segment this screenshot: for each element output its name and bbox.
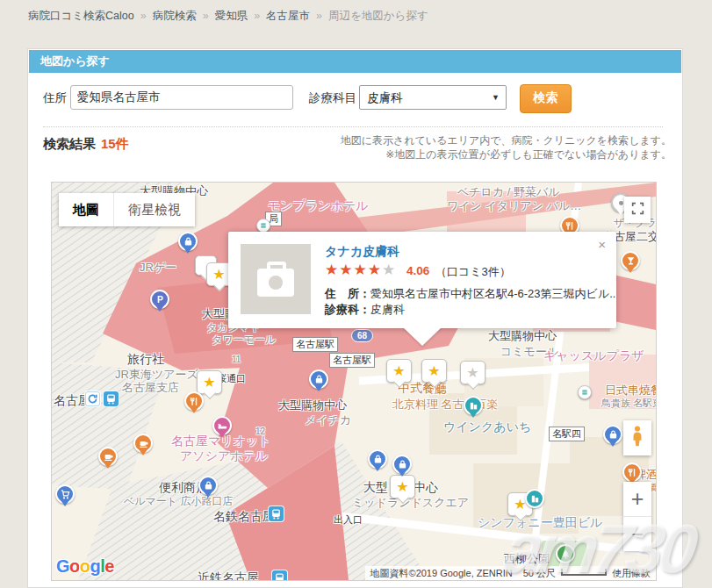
- address-input[interactable]: [70, 85, 293, 110]
- zoom-out-button[interactable]: −: [623, 516, 651, 551]
- restaurant-pin[interactable]: [184, 391, 204, 411]
- map-note-line2: ※地図上の表示位置が必ずしも正確でない場合があります。: [341, 147, 672, 161]
- star-icon: ★: [392, 364, 405, 378]
- breadcrumb-separator: »: [140, 10, 147, 22]
- star-marker[interactable]: ★: [386, 359, 412, 383]
- map-label: ウインクあいち: [443, 419, 531, 435]
- tree-pin[interactable]: [556, 544, 575, 563]
- map-label: 名鉄名古屋: [213, 509, 275, 525]
- breadcrumb-link[interactable]: 愛知県: [215, 10, 248, 22]
- shopping-bag-pin[interactable]: [178, 232, 198, 251]
- map-label: タワーモール: [212, 333, 276, 348]
- map-label: 11: [232, 355, 241, 364]
- map-label: 鳥貴族 名駅東口: [601, 397, 657, 410]
- star-icon: ★: [368, 262, 382, 278]
- shopping-bag-pin[interactable]: [392, 455, 412, 474]
- star-marker[interactable]: ★: [197, 370, 222, 394]
- breadcrumb-link[interactable]: 名古屋市: [266, 10, 310, 22]
- map-label: 名古屋支店: [122, 380, 179, 396]
- google-logo-letter: e: [104, 556, 114, 576]
- shopping-bag-pin[interactable]: [198, 476, 218, 495]
- map-label: 中心: [414, 480, 438, 496]
- breadcrumb-separator: »: [316, 10, 322, 22]
- fullscreen-icon: [631, 202, 644, 219]
- map-label: メイチカ: [305, 412, 351, 428]
- department-label: 診療科目: [309, 90, 356, 106]
- clinic-thumbnail: [241, 244, 311, 314]
- clinic-title-link[interactable]: タナカ皮膚科: [325, 244, 399, 260]
- transit-lines-pin[interactable]: [578, 385, 592, 399]
- breadcrumb-separator: »: [254, 10, 260, 22]
- google-logo-letter: o: [80, 556, 90, 576]
- info-window: タナカ皮膚科 ★★★★★ 4.06 （口コミ3件） 住 所：愛知県名古屋市中村区…: [228, 232, 616, 328]
- breadcrumb-separator: »: [203, 10, 209, 22]
- satellite-button[interactable]: 衛星檢視: [113, 193, 195, 226]
- bed-pin[interactable]: [212, 416, 232, 435]
- terms-link[interactable]: 使用條款: [612, 567, 651, 580]
- department-select-value: 皮膚科: [367, 90, 403, 106]
- building-pin[interactable]: [525, 489, 544, 508]
- map-label: キャッスルプラザ: [543, 348, 644, 364]
- map-label: 近鉄名古屋: [198, 570, 259, 581]
- results-summary: 検索結果15件: [43, 136, 129, 153]
- star-icon: ★: [396, 480, 408, 494]
- search-button[interactable]: 検索: [520, 84, 572, 113]
- star-marker[interactable]: ★: [421, 359, 447, 383]
- coffee-pin[interactable]: [98, 447, 118, 466]
- star-icon: ★: [325, 262, 339, 278]
- clinic-address: 住 所：愛知県名古屋市中村区名駅4-6-23第三堀内ビル..: [325, 286, 615, 302]
- wine-pin[interactable]: [621, 251, 640, 270]
- google-logo[interactable]: Google: [56, 556, 114, 577]
- shopping-cart-pin[interactable]: [55, 484, 75, 504]
- restaurant-pin[interactable]: [622, 463, 642, 482]
- map-label: 大型購物中心: [278, 398, 347, 413]
- scale-bar: [561, 569, 607, 576]
- clinic-department: 診療科：皮膚科: [325, 302, 405, 318]
- train-icon[interactable]: [269, 506, 284, 521]
- map-label: モンブランホテル: [268, 198, 369, 214]
- results-count: 15件: [101, 136, 129, 151]
- svg-text:P: P: [157, 295, 163, 305]
- shopping-bag-pin[interactable]: [309, 369, 328, 389]
- star-icon: ★: [466, 366, 478, 380]
- train-icon[interactable]: [104, 391, 119, 406]
- results-label: 検索結果: [43, 136, 96, 151]
- map-type-control: 地圖 衛星檢視: [59, 193, 195, 226]
- divider: [43, 126, 663, 127]
- map-note: 地図に表示されているエリア内で、病院・クリニックを検索します。 ※地図上の表示位…: [341, 133, 672, 161]
- page: 病院口コミ検索Caloo»病院検索»愛知県»名古屋市»周辺を地図から探す 地図か…: [0, 0, 712, 588]
- map-attribution: 地圖資料©2019 Google, ZENRIN 50 公尺 使用條款: [365, 566, 656, 580]
- fullscreen-button[interactable]: [624, 197, 651, 223]
- map-search-panel: 地図から探す 住所 診療科目 皮膚科 ▼ 検索 検索結果15件 地図に表示されて…: [27, 48, 683, 588]
- train-icon[interactable]: [272, 570, 287, 581]
- building-pin[interactable]: [464, 396, 483, 415]
- address-field-value: 愛知県名古屋市中村区名駅4-6-23第三堀内ビル..: [370, 287, 615, 300]
- map-label: 大型購物中心: [488, 328, 557, 344]
- parking-pin[interactable]: P: [150, 290, 169, 309]
- attribution-text: 地圖資料©2019 Google, ZENRIN: [370, 567, 513, 580]
- map-note-line1: 地図に表示されているエリア内で、病院・クリニックを検索します。: [341, 133, 672, 147]
- medical-case-icon: [257, 269, 294, 297]
- map-label: JRゲー: [140, 260, 176, 276]
- map-label: 中式餐廳: [398, 381, 447, 397]
- close-icon[interactable]: ×: [598, 237, 606, 252]
- pegman-control[interactable]: [623, 420, 651, 455]
- map-label: シンフォニー豊田ビル: [478, 515, 602, 531]
- star-marker[interactable]: ★: [460, 361, 485, 384]
- zoom-in-button[interactable]: +: [623, 482, 651, 516]
- breadcrumb-link[interactable]: 病院検索: [153, 10, 197, 22]
- shopping-bag-pin[interactable]: [603, 425, 622, 444]
- map-canvas[interactable]: 地圖 衛星檢視 + −: [51, 182, 657, 581]
- info-window-tail: [403, 327, 442, 346]
- breadcrumb-link[interactable]: 病院口コミ検索Caloo: [28, 10, 134, 22]
- jr-loop-icon[interactable]: [85, 391, 100, 406]
- search-form: 住所 診療科目 皮膚科 ▼ 検索: [28, 84, 682, 112]
- star-icon: ★: [428, 364, 440, 378]
- shopping-bag-pin[interactable]: [368, 449, 387, 469]
- transit-lines-pin[interactable]: [256, 219, 270, 233]
- department-select[interactable]: 皮膚科 ▼: [359, 85, 507, 110]
- coffee-pin[interactable]: [133, 434, 153, 453]
- google-logo-letter: o: [69, 556, 80, 576]
- station-label: 名古屋駅: [329, 353, 375, 368]
- map-type-button[interactable]: 地圖: [59, 193, 113, 226]
